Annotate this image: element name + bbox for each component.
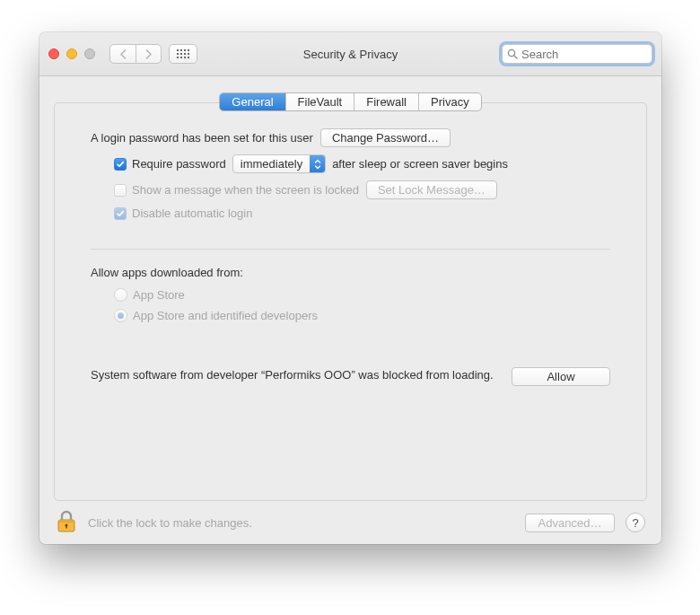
divider <box>91 249 610 250</box>
svg-rect-17 <box>66 525 67 528</box>
show-lock-message-label: Show a message when the screen is locked <box>132 183 359 197</box>
svg-rect-0 <box>177 49 179 51</box>
require-password-suffix: after sleep or screen saver begins <box>332 157 508 171</box>
window-controls <box>48 48 95 59</box>
close-icon[interactable] <box>48 48 59 59</box>
help-button[interactable]: ? <box>626 513 645 532</box>
tab-general[interactable]: General <box>220 93 284 110</box>
nav-back-forward <box>109 44 162 64</box>
search-input[interactable] <box>521 48 647 61</box>
radio-app-store-identified-label: App Store and identified developers <box>133 309 318 322</box>
svg-rect-3 <box>188 49 189 51</box>
toolbar: Security & Privacy <box>39 32 661 76</box>
disable-auto-login-checkbox <box>114 207 127 220</box>
svg-line-13 <box>514 56 517 58</box>
forward-button <box>136 45 161 63</box>
tab-firewall[interactable]: Firewall <box>354 93 418 110</box>
require-password-delay-select[interactable]: immediately <box>232 154 326 173</box>
back-button[interactable] <box>110 45 136 63</box>
require-password-delay-value: immediately <box>241 157 302 171</box>
tab-bar: General FileVault Firewall Privacy <box>54 92 647 111</box>
svg-rect-6 <box>184 53 186 55</box>
tab-pane-general: A login password has been set for this u… <box>54 102 647 501</box>
search-field[interactable] <box>502 44 652 64</box>
allow-apps-title: Allow apps downloaded from: <box>91 266 610 279</box>
svg-rect-2 <box>184 49 186 51</box>
allow-button[interactable]: Allow <box>512 367 610 386</box>
disable-auto-login-label: Disable automatic login <box>132 206 252 220</box>
require-password-label: Require password <box>132 157 226 171</box>
svg-rect-9 <box>180 57 182 58</box>
footer: Click the lock to make changes. Advanced… <box>39 501 661 544</box>
show-lock-message-checkbox <box>114 184 127 197</box>
radio-app-store-identified <box>114 309 127 322</box>
svg-rect-5 <box>180 53 182 55</box>
show-all-button[interactable] <box>169 44 197 64</box>
radio-app-store <box>114 288 127 302</box>
blocked-software-text: System software from developer “Performi… <box>91 367 494 383</box>
svg-rect-8 <box>177 57 179 58</box>
lock-hint-text: Click the lock to make changes. <box>88 516 252 530</box>
require-password-checkbox[interactable] <box>114 158 127 171</box>
tab-filevault[interactable]: FileVault <box>285 93 354 110</box>
preferences-window: Security & Privacy General FileVault Fir… <box>39 32 661 544</box>
radio-app-store-label: App Store <box>133 288 185 302</box>
svg-rect-1 <box>180 49 182 51</box>
svg-rect-7 <box>188 53 189 55</box>
tab-privacy[interactable]: Privacy <box>418 93 481 110</box>
minimize-icon[interactable] <box>66 48 77 59</box>
chevron-updown-icon <box>310 155 325 172</box>
login-password-text: A login password has been set for this u… <box>91 131 313 145</box>
content: General FileVault Firewall Privacy A log… <box>39 76 661 501</box>
svg-rect-15 <box>58 520 74 523</box>
zoom-icon <box>84 48 95 59</box>
set-lock-message-button: Set Lock Message… <box>366 180 497 199</box>
svg-rect-4 <box>177 53 179 55</box>
svg-rect-11 <box>188 57 189 58</box>
search-icon <box>507 48 518 59</box>
advanced-button: Advanced… <box>525 514 615 532</box>
window-title: Security & Privacy <box>303 48 398 61</box>
change-password-button[interactable]: Change Password… <box>320 128 451 147</box>
lock-icon[interactable] <box>56 509 77 537</box>
svg-rect-10 <box>184 57 186 58</box>
svg-point-12 <box>508 49 514 56</box>
